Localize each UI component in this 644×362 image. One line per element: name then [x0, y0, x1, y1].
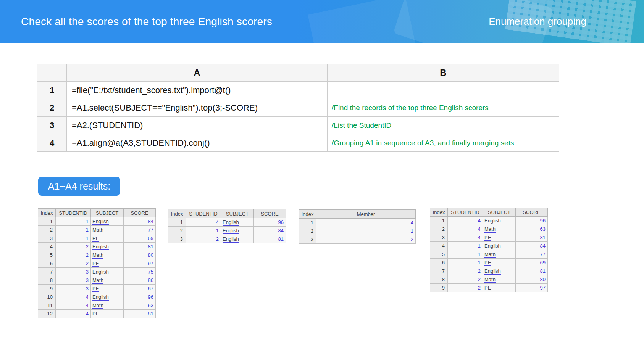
- cell-studentid: 2: [448, 267, 483, 275]
- cell-studentid: 2: [56, 259, 91, 268]
- table-row: 34PE81: [430, 233, 548, 242]
- cell-subject: PE: [483, 284, 516, 292]
- cell-studentid: 3: [56, 285, 91, 293]
- cell-subject: English: [483, 267, 516, 275]
- cell-index: 5: [430, 250, 448, 259]
- subject-value: English: [484, 268, 501, 275]
- cell-studentid: 1: [56, 234, 91, 243]
- cell-studentid: 1: [56, 226, 91, 234]
- table-row: 62PE97: [38, 259, 156, 268]
- cell-index: 1: [168, 218, 186, 227]
- code-row-4: 4 =A1.align@a(A3,STUDENTID).conj() /Grou…: [37, 134, 559, 152]
- cell-score: 84: [124, 217, 156, 226]
- category-label: Enumeration grouping: [489, 0, 586, 43]
- cell-index: 3: [299, 235, 316, 244]
- cell-studentid: 4: [448, 217, 483, 225]
- code-cell-a3: =A2.(STUDENTID): [67, 117, 328, 134]
- cell-studentid: 1: [448, 259, 483, 267]
- cell-score: 81: [516, 267, 548, 275]
- cell-studentid: 4: [448, 233, 483, 242]
- table-row: 14English96: [168, 218, 286, 227]
- cell-score: 96: [254, 218, 286, 227]
- row-number: 4: [37, 134, 67, 152]
- result-table-a4: IndexSTUDENTIDSUBJECTSCORE14English9624M…: [430, 208, 548, 292]
- row-number: 3: [37, 117, 67, 134]
- column-header-index: Index: [430, 208, 448, 217]
- cell-studentid: 4: [186, 218, 221, 227]
- code-grid-header-row: A B: [37, 64, 559, 82]
- cell-subject: PE: [91, 285, 124, 293]
- header-row: IndexSTUDENTIDSUBJECTSCORE: [168, 209, 286, 218]
- column-header-a: A: [67, 64, 328, 82]
- code-cell-a2: =A1.select(SUBJECT=="English").top(3;-SC…: [67, 99, 328, 117]
- table-row: 114Math63: [38, 301, 156, 310]
- table-row: 51Math77: [430, 250, 548, 259]
- cell-index: 11: [38, 301, 56, 310]
- cell-subject: PE: [91, 310, 124, 318]
- column-header-score: SCORE: [516, 208, 548, 217]
- cell-index: 6: [38, 259, 56, 268]
- subject-value: English: [223, 236, 239, 243]
- subject-value: PE: [92, 235, 99, 242]
- cell-score: 77: [124, 226, 156, 234]
- result-table-a3: IndexMember142132: [299, 209, 416, 244]
- cell-subject: Math: [483, 225, 516, 233]
- column-header-studentid: STUDENTID: [448, 208, 483, 217]
- cell-index: 9: [38, 285, 56, 293]
- cell-studentid: 2: [56, 251, 91, 259]
- cell-score: 69: [516, 259, 548, 267]
- header-row: IndexSTUDENTIDSUBJECTSCORE: [430, 208, 548, 217]
- cell-studentid: 4: [56, 301, 91, 310]
- code-grid: A B 1 =file("E:/txt/student_scores.txt")…: [37, 64, 559, 152]
- subject-value: PE: [484, 235, 491, 241]
- code-row-1: 1 =file("E:/txt/student_scores.txt").imp…: [37, 82, 559, 99]
- table-row: 41English84: [430, 242, 548, 250]
- table-row: 52Math80: [38, 251, 156, 259]
- cell-studentid: 3: [56, 276, 91, 285]
- table-row: 14: [299, 219, 416, 227]
- table-row: 61PE69: [430, 259, 548, 267]
- subject-value: English: [223, 228, 239, 234]
- cell-studentid: 1: [448, 242, 483, 250]
- cell-score: 63: [124, 301, 156, 310]
- cell-index: 1: [38, 217, 56, 226]
- column-header-index: Index: [299, 210, 316, 219]
- results-button[interactable]: A1~A4 results:: [38, 177, 120, 196]
- page-title: Check all the scores of the top three En…: [21, 0, 272, 43]
- cell-studentid: 1: [186, 227, 221, 235]
- subject-value: PE: [92, 261, 99, 267]
- comment-cell-b3: /List the StudentID: [328, 117, 559, 134]
- subject-value: Math: [92, 252, 103, 259]
- cell-index: 2: [38, 226, 56, 234]
- subject-value: Math: [484, 251, 496, 258]
- result-table-a1: IndexSTUDENTIDSUBJECTSCORE11English8421M…: [38, 208, 156, 318]
- table-row: 21Math77: [38, 226, 156, 234]
- cell-subject: English: [91, 268, 124, 276]
- cell-subject: English: [221, 218, 254, 227]
- table-row: 24Math63: [430, 225, 548, 233]
- subject-value: English: [92, 219, 109, 225]
- row-number: 2: [37, 99, 67, 117]
- cell-subject: English: [91, 293, 124, 301]
- table-row: 14English96: [430, 217, 548, 225]
- table-row: 73English75: [38, 268, 156, 276]
- code-row-2: 2 =A1.select(SUBJECT=="English").top(3;-…: [37, 99, 559, 117]
- cell-index: 3: [430, 233, 448, 242]
- cell-score: 80: [124, 251, 156, 259]
- subject-value: PE: [484, 260, 491, 266]
- table-row: 42English81: [38, 243, 156, 251]
- cell-subject: Math: [91, 251, 124, 259]
- cell-score: 81: [124, 243, 156, 251]
- cell-index: 8: [38, 276, 56, 285]
- table-row: 32English81: [168, 235, 286, 243]
- comment-cell-b1: [328, 82, 559, 99]
- code-cell-a1: =file("E:/txt/student_scores.txt").impor…: [67, 82, 328, 99]
- subject-value: PE: [92, 286, 99, 292]
- table-row: 104English96: [38, 293, 156, 301]
- column-header-score: SCORE: [124, 209, 156, 217]
- header-banner: Check all the scores of the top three En…: [0, 0, 644, 43]
- cell-score: 96: [124, 293, 156, 301]
- cell-index: 4: [430, 242, 448, 250]
- cell-score: 97: [516, 284, 548, 292]
- subject-value: Math: [92, 227, 103, 233]
